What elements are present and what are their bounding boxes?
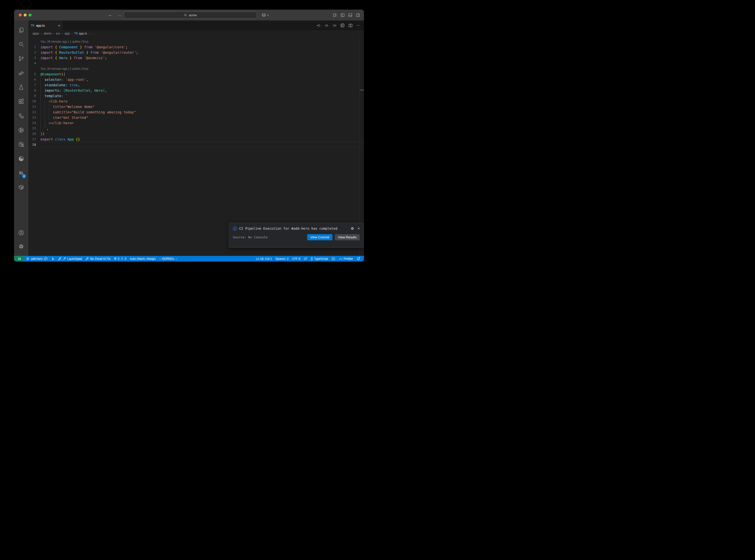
tab-close-icon[interactable]: × xyxy=(58,23,60,27)
breadcrumb-item[interactable]: app xyxy=(65,32,70,35)
code-line-8[interactable]: 8 imports: [RouterOutlet, Hero], xyxy=(28,88,364,93)
previous-change-icon[interactable] xyxy=(317,23,321,27)
notification-title: CI Pipeline Execution for #add-hero has … xyxy=(239,226,348,231)
activity-extensions[interactable] xyxy=(15,94,27,109)
statusbar-formatter[interactable]: ✓✓ Prettier xyxy=(337,256,355,261)
statusbar-vim-mode[interactable]: -- NORMAL -- xyxy=(158,256,179,261)
code-line-11[interactable]: 11 title="Welcmoe demo" xyxy=(28,104,364,109)
code-line-3[interactable]: 3import { Hero } from '@acme/ui'; xyxy=(28,55,364,61)
more-actions-icon[interactable]: ⋯ xyxy=(356,23,360,27)
toggle-secondary-sidebar-icon[interactable] xyxy=(356,13,360,17)
toggle-panel-icon[interactable] xyxy=(348,13,352,17)
notification-settings-icon[interactable] xyxy=(350,226,354,231)
activity-references[interactable] xyxy=(15,109,27,123)
code-line-10[interactable]: 10 <lib-hero xyxy=(28,99,364,104)
statusbar-branch[interactable]: add-hero xyxy=(24,256,49,261)
customize-layout-icon[interactable] xyxy=(333,13,337,17)
indent-guide xyxy=(40,115,41,120)
statusbar-indentation[interactable]: Spaces: 2 xyxy=(274,256,290,261)
close-window-button[interactable] xyxy=(19,14,22,17)
code-line-9[interactable]: 9 template: ` xyxy=(28,93,364,99)
code-line-4[interactable]: 4 xyxy=(28,61,364,66)
activity-bar: N❯ 2 xyxy=(14,20,28,256)
statusbar-copilot[interactable] xyxy=(330,256,337,261)
desktop: ← → acme xyxy=(0,0,378,280)
statusbar-encoding[interactable]: UTF-8 xyxy=(290,256,302,261)
statusbar-problems[interactable]: ⊗ 0 ⚠ 0 xyxy=(112,256,128,261)
settings-button[interactable] xyxy=(15,241,27,253)
statusbar-auto-attach[interactable]: Auto Attach: Always xyxy=(128,256,157,261)
breadcrumb-item[interactable]: src xyxy=(56,32,60,35)
notification-toast: i CI Pipeline Execution for #add-hero ha… xyxy=(229,223,364,248)
breadcrumb-item[interactable]: apps xyxy=(33,32,39,35)
minimize-window-button[interactable] xyxy=(24,14,27,17)
split-editor-icon[interactable] xyxy=(349,23,353,27)
code-line-1[interactable]: 1import { Component } from '@angular/cor… xyxy=(28,44,364,50)
activity-gitlens[interactable] xyxy=(15,123,27,137)
statusbar-eol[interactable]: LF xyxy=(302,256,309,261)
toggle-primary-sidebar-icon[interactable] xyxy=(340,13,345,17)
activity-explorer[interactable] xyxy=(15,23,27,37)
code-line-12[interactable]: 12 subtitle="Build something amazing tod… xyxy=(28,109,364,115)
view-results-button[interactable]: View Results xyxy=(335,234,360,240)
statusbar-commit-graph[interactable] xyxy=(49,256,56,261)
tab-app-ts[interactable]: TS app.ts × xyxy=(28,20,63,30)
code-line-7[interactable]: 7 standalone: true, xyxy=(28,82,364,88)
code-editor[interactable]: You, 26 minutes ago | 1 author (You)1imp… xyxy=(28,37,364,256)
code-line-16[interactable]: 16}) xyxy=(28,131,364,137)
remote-indicator[interactable]: ❯❮ xyxy=(14,256,24,261)
typescript-file-icon: TS xyxy=(31,24,34,27)
change-marker-icon[interactable] xyxy=(324,23,329,27)
code-line-18[interactable]: 18 xyxy=(28,142,364,147)
gitlens-graph-icon[interactable] xyxy=(340,23,345,27)
activity-source-control[interactable] xyxy=(15,52,27,66)
code-line-13[interactable]: 13 cta="Get Started" xyxy=(28,115,364,120)
indent-guide xyxy=(40,82,41,88)
source-control-icon xyxy=(18,56,24,62)
breadcrumb-item[interactable]: demo xyxy=(44,32,51,35)
activity-run-debug[interactable] xyxy=(15,66,27,80)
indent-guide xyxy=(49,115,49,120)
double-check-icon: ✓✓ xyxy=(339,257,342,261)
activity-gitlens-inspect[interactable] xyxy=(15,137,27,152)
indent-guide xyxy=(49,109,49,115)
typescript-file-icon: TS xyxy=(74,32,77,35)
breadcrumb-tail[interactable]: … xyxy=(92,32,95,35)
activity-containers[interactable] xyxy=(15,180,27,195)
statusbar-launchpad[interactable]: Launchpad xyxy=(56,256,84,261)
flask-icon xyxy=(18,84,24,91)
view-commit-button[interactable]: View Commit xyxy=(307,234,332,240)
activity-testing[interactable] xyxy=(15,80,27,94)
indent-guide xyxy=(40,104,41,109)
search-icon xyxy=(18,41,24,47)
accounts-button[interactable] xyxy=(15,227,27,239)
activity-edge-browser[interactable] xyxy=(15,152,27,166)
wrench-icon xyxy=(85,257,89,261)
activity-search[interactable] xyxy=(15,37,27,52)
statusbar-nx-cloud-fix[interactable]: Nx Cloud AI Fix xyxy=(84,256,112,261)
maximize-window-button[interactable] xyxy=(28,14,32,17)
copilot-menu[interactable] xyxy=(262,9,269,20)
statusbar-language[interactable]: {} TypeScript xyxy=(309,256,330,261)
breadcrumb-file[interactable]: TS app.ts xyxy=(74,32,87,35)
forward-button[interactable]: → xyxy=(117,13,122,18)
info-icon: i xyxy=(233,226,237,231)
code-line-17[interactable]: 17export class App {} xyxy=(28,137,364,142)
code-line-14[interactable]: 14 ></lib-hero> xyxy=(28,120,364,126)
code-line-15[interactable]: 15 `, xyxy=(28,126,364,131)
statusbar-notifications[interactable] xyxy=(355,256,362,261)
next-change-icon[interactable] xyxy=(332,23,337,27)
copilot-icon xyxy=(262,13,266,17)
indent-guide xyxy=(40,109,41,115)
code-line-5[interactable]: 5@Component({ xyxy=(28,72,364,77)
code-line-6[interactable]: 6 selector: 'app-root', xyxy=(28,77,364,82)
activity-nx-console[interactable]: N❯ 2 xyxy=(15,166,27,180)
breadcrumb-separator: › xyxy=(89,32,90,35)
statusbar-cursor-position[interactable]: Ln 18, Col 1 xyxy=(254,256,274,261)
warning-icon: ⚠ xyxy=(121,257,123,260)
breadcrumb-separator: › xyxy=(53,32,54,35)
command-center-search[interactable]: acme xyxy=(124,12,257,19)
code-line-2[interactable]: 2import { RouterOutlet } from '@angular/… xyxy=(28,50,364,55)
back-button[interactable]: ← xyxy=(108,13,113,18)
notification-close-icon[interactable]: × xyxy=(358,226,360,231)
